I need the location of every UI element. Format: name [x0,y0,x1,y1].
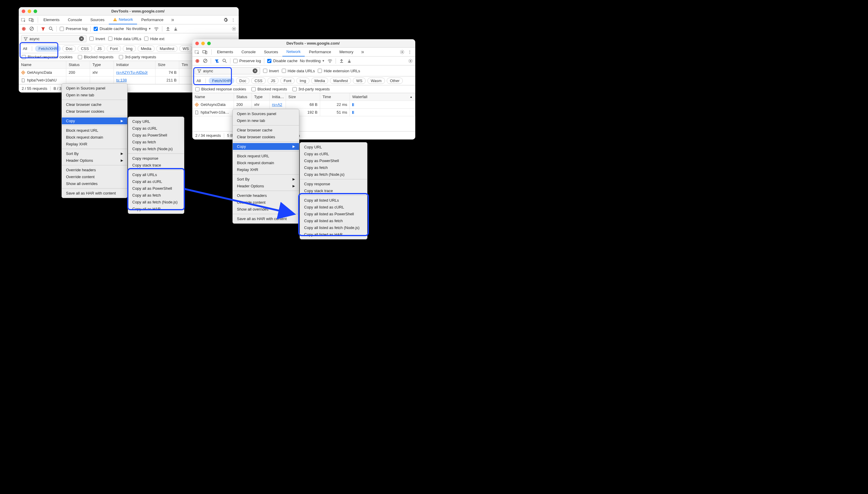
col-header[interactable]: Size [286,93,320,100]
blocked-cookies-checkbox[interactable]: Blocked response cookies [195,87,246,91]
menu-copy-response[interactable]: Copy response [128,155,184,162]
menu-show-all-overrides[interactable]: Show all overrides [62,180,127,187]
filter-icon[interactable] [40,26,46,32]
menu-override-headers[interactable]: Override headers [62,167,127,173]
network-settings-icon[interactable] [408,59,413,63]
blocked-requests-checkbox[interactable]: Blocked requests [78,55,114,59]
tab-elements[interactable]: Elements [39,16,64,24]
pill-font[interactable]: Font [280,78,295,84]
clear-filter-icon[interactable]: ✕ [253,69,257,73]
pill-js[interactable]: JS [94,45,105,52]
disable-cache-checkbox[interactable]: Disable cache [94,26,124,31]
menu-copy-all-as-powershell[interactable]: Copy all as PowerShell [128,185,184,192]
col-header[interactable]: Waterfall▲ [350,93,415,100]
device-toggle-icon[interactable] [202,50,207,54]
table-row[interactable]: GetAsyncData200xhrrs=A268 B22 ms [192,101,415,109]
tab-console[interactable]: Console [64,16,86,24]
tab-performance[interactable]: Performance [137,16,167,24]
invert-checkbox[interactable]: Invert [90,37,105,41]
col-header[interactable]: Status [234,93,252,100]
menu-clear-browser-cache[interactable]: Clear browser cache [233,127,299,134]
menu-override-content[interactable]: Override content [62,173,127,180]
menu-replay-xhr[interactable]: Replay XHR [233,166,299,173]
menu-copy-all-as-fetch-node-js-[interactable]: Copy all as fetch (Node.js) [128,199,184,206]
inspect-icon[interactable] [195,50,199,54]
record-icon[interactable] [195,58,200,64]
pill-all[interactable]: All [21,46,29,52]
menu-sort-by[interactable]: Sort By▶ [62,150,127,157]
menu-copy-as-fetch[interactable]: Copy as fetch [300,164,367,171]
menu-copy-as-curl[interactable]: Copy as cURL [128,125,184,132]
menu-copy[interactable]: Copy▶ [233,143,299,150]
col-header[interactable]: Type [252,93,270,100]
filter-input[interactable]: async ✕ [195,67,260,74]
pill-fetchxhr[interactable]: Fetch/XHR [209,78,234,84]
invert-checkbox[interactable]: Invert [263,69,279,73]
pill-doc[interactable]: Doc [236,78,250,84]
menu-block-request-domain[interactable]: Block request domain [233,159,299,166]
menu-copy-all-as-fetch[interactable]: Copy all as fetch [128,192,184,199]
pill-doc[interactable]: Doc [62,45,76,52]
preserve-log-checkbox[interactable]: Preserve log [60,26,87,31]
tab-console[interactable]: Console [237,48,260,57]
record-icon[interactable] [21,26,26,32]
menu-copy-as-fetch-node-js-[interactable]: Copy as fetch (Node.js) [128,146,184,152]
kebab-menu-icon[interactable]: ⋮ [230,18,236,22]
pill-ws[interactable]: WS [353,78,366,84]
menu-copy-all-listed-as-fetch[interactable]: Copy all listed as fetch [300,217,367,224]
window-minimize-icon[interactable] [201,42,205,45]
tab-network[interactable]: Network [109,16,137,24]
menu-copy-all-listed-as-har[interactable]: Copy all listed as HAR [300,231,367,238]
window-zoom-icon[interactable] [207,42,211,45]
menu-copy-url[interactable]: Copy URL [128,118,184,125]
download-icon[interactable] [173,26,178,32]
filter-input[interactable]: async ✕ [21,35,86,42]
copy-submenu-left[interactable]: Copy URLCopy as cURLCopy as PowerShellCo… [128,117,184,214]
pill-media[interactable]: Media [138,45,155,52]
pill-js[interactable]: JS [268,78,278,84]
more-tabs-icon[interactable]: » [170,17,176,23]
tab-performance[interactable]: Performance [305,48,335,57]
upload-icon[interactable] [339,58,344,64]
menu-copy-all-listed-urls[interactable]: Copy all listed URLs [300,197,367,204]
menu-copy-url[interactable]: Copy URL [300,144,367,151]
menu-copy-all-urls[interactable]: Copy all URLs [128,171,184,178]
hide-ext-urls-checkbox[interactable]: Hide ext [144,37,164,41]
window-close-icon[interactable] [195,42,199,45]
throttling-select[interactable]: No throttling▼ [300,59,325,63]
window-close-icon[interactable] [22,10,25,13]
inspect-icon[interactable] [21,18,26,22]
col-header[interactable]: Type [90,61,114,69]
col-header[interactable]: Time [320,93,350,100]
wifi-icon[interactable] [154,26,159,32]
menu-copy-all-as-curl[interactable]: Copy all as cURL [128,178,184,185]
tab-elements[interactable]: Elements [213,48,237,57]
settings-gear-icon[interactable] [400,50,406,54]
tab-network[interactable]: Network [282,48,305,57]
disable-cache-checkbox[interactable]: Disable cache [267,59,298,63]
menu-copy-all-listed-as-curl[interactable]: Copy all listed as cURL [300,204,367,211]
hide-data-urls-checkbox[interactable]: Hide data URLs [108,37,141,41]
pill-img[interactable]: Img [123,45,136,52]
menu-block-request-url[interactable]: Block request URL [233,153,299,159]
table-row[interactable]: hpba?vet=10a…192 B51 ms [192,109,415,116]
menu-copy-stack-trace[interactable]: Copy stack trace [300,187,367,194]
copy-submenu-right[interactable]: Copy URLCopy as cURLCopy as PowerShellCo… [300,142,368,240]
menu-open-in-sources-panel[interactable]: Open in Sources panel [233,110,299,117]
col-header[interactable]: Name [192,93,234,100]
clear-filter-icon[interactable]: ✕ [79,36,84,41]
menu-clear-browser-cookies[interactable]: Clear browser cookies [62,108,127,115]
col-header[interactable]: Size [156,61,179,69]
pill-css[interactable]: CSS [251,78,266,84]
menu-block-request-domain[interactable]: Block request domain [62,134,127,141]
menu-replay-xhr[interactable]: Replay XHR [62,141,127,148]
hide-data-urls-checkbox[interactable]: Hide data URLs [282,69,315,73]
menu-copy-as-curl[interactable]: Copy as cURL [300,151,367,157]
menu-copy-all-listed-as-fetch-node-js-[interactable]: Copy all listed as fetch (Node.js) [300,224,367,231]
window-zoom-icon[interactable] [34,10,37,13]
menu-header-options[interactable]: Header Options▶ [62,157,127,164]
pill-media[interactable]: Media [311,78,328,84]
menu-block-request-url[interactable]: Block request URL [62,127,127,134]
col-header[interactable]: Name [19,61,66,69]
upload-icon[interactable] [165,26,171,32]
